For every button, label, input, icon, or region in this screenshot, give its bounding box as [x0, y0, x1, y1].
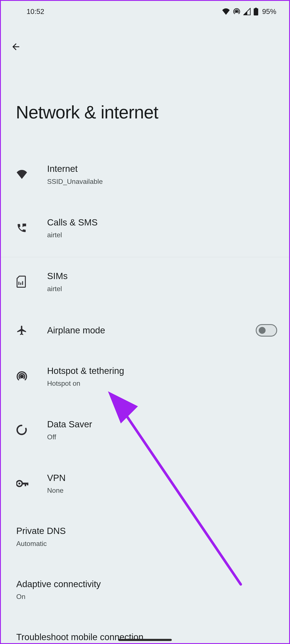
settings-item-subtitle: airtel	[47, 285, 277, 293]
svg-rect-2	[255, 8, 257, 9]
settings-item-private-dns[interactable]: Private DNS Automatic	[1, 516, 289, 557]
data-saver-icon	[16, 424, 33, 435]
home-indicator[interactable]	[118, 639, 172, 641]
settings-item-subtitle: SSID_Unavailable	[47, 178, 277, 186]
svg-point-6	[20, 375, 23, 378]
settings-item-title: VPN	[47, 472, 277, 484]
back-button[interactable]	[9, 40, 22, 53]
svg-rect-1	[254, 8, 258, 16]
settings-item-hotspot-tethering[interactable]: Hotspot & tethering Hotspot on	[1, 356, 289, 397]
wifi-icon	[222, 8, 230, 15]
settings-list: Internet SSID_Unavailable Calls & SMS ai…	[1, 154, 289, 644]
phone-message-icon	[16, 223, 33, 234]
settings-item-airplane-mode[interactable]: Airplane mode	[1, 315, 289, 346]
settings-item-title: Troubleshoot mobile connection	[16, 632, 277, 643]
settings-item-title: Private DNS	[16, 525, 277, 537]
settings-item-title: SIMs	[47, 270, 277, 282]
settings-item-subtitle: On	[16, 593, 277, 601]
settings-item-subtitle: Automatic	[16, 540, 277, 548]
wifi-icon	[16, 170, 33, 179]
settings-item-subtitle: None	[47, 486, 277, 494]
settings-item-title: Airplane mode	[47, 325, 256, 336]
settings-item-title: Internet	[47, 163, 277, 174]
status-time: 10:52	[26, 8, 44, 16]
settings-item-adaptive-connectivity[interactable]: Adaptive connectivity On	[1, 570, 289, 610]
airplane-mode-toggle[interactable]	[256, 324, 277, 336]
status-icons: 95%	[222, 8, 276, 16]
settings-item-title: Hotspot & tethering	[47, 365, 277, 377]
airplane-icon	[16, 325, 33, 336]
settings-item-title: Adaptive connectivity	[16, 578, 277, 590]
svg-point-8	[18, 482, 20, 484]
status-bar: 10:52 95%	[1, 1, 289, 22]
battery-icon	[254, 8, 258, 16]
cellular-signal-icon	[243, 8, 251, 15]
hotspot-status-icon	[233, 8, 240, 15]
svg-rect-11	[27, 482, 28, 485]
settings-item-data-saver[interactable]: Data Saver Off	[1, 410, 289, 450]
settings-item-vpn[interactable]: VPN None	[1, 463, 289, 504]
settings-item-subtitle: Hotspot on	[47, 380, 277, 388]
settings-item-calls-sms[interactable]: Calls & SMS airtel	[1, 208, 289, 248]
settings-item-subtitle: Off	[47, 433, 277, 441]
sim-card-icon	[16, 276, 33, 288]
divider	[1, 257, 289, 257]
hotspot-icon	[16, 371, 33, 382]
settings-item-title: Calls & SMS	[47, 217, 277, 228]
app-bar: Network & internet	[1, 22, 289, 122]
page-title: Network & internet	[16, 102, 281, 122]
settings-item-internet[interactable]: Internet SSID_Unavailable	[1, 154, 289, 194]
arrow-back-icon	[11, 42, 21, 52]
vpn-key-icon	[16, 480, 33, 488]
settings-item-title: Data Saver	[47, 419, 277, 430]
svg-rect-10	[25, 482, 26, 486]
toggle-knob	[259, 327, 266, 334]
settings-item-sims[interactable]: SIMs airtel	[1, 262, 289, 302]
settings-item-subtitle: airtel	[47, 231, 277, 239]
svg-point-0	[236, 11, 238, 13]
battery-percentage: 95%	[262, 8, 276, 16]
